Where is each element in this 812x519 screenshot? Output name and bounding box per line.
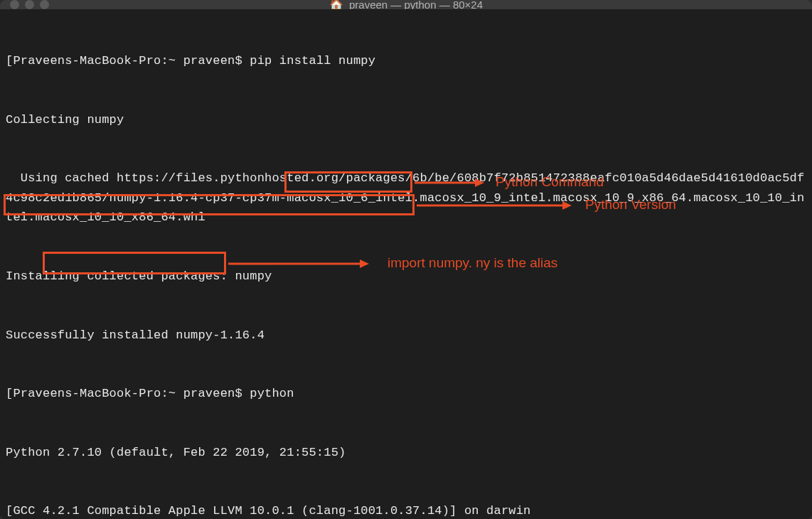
minimize-button[interactable] <box>25 0 34 9</box>
prompt-1: [Praveens-MacBook-Pro:~ praveen$ <box>6 54 250 68</box>
output-cached-url: Using cached https://files.pythonhosted.… <box>6 168 806 228</box>
command-python: python <box>250 387 294 400</box>
close-button[interactable] <box>10 0 19 9</box>
output-collecting: Collecting numpy <box>6 110 806 130</box>
terminal-window: 🏠 praveen — python — 80×24 [Praveens-Mac… <box>0 0 812 519</box>
terminal-content: [Praveens-MacBook-Pro:~ praveen$ pip ins… <box>6 12 806 519</box>
terminal-body[interactable]: [Praveens-MacBook-Pro:~ praveen$ pip ins… <box>0 9 812 519</box>
titlebar[interactable]: 🏠 praveen — python — 80×24 <box>0 0 812 9</box>
output-installing: Installing collected packages: numpy <box>6 267 806 287</box>
output-success: Successfully installed numpy-1.16.4 <box>6 326 806 346</box>
traffic-lights <box>10 0 49 9</box>
command-pip-install: pip install numpy <box>250 54 375 68</box>
output-gcc: [GCC 4.2.1 Compatible Apple LLVM 10.0.1 … <box>6 501 806 519</box>
maximize-button[interactable] <box>40 0 49 9</box>
output-python-version: Python 2.7.10 (default, Feb 22 2019, 21:… <box>6 443 806 463</box>
prompt-2: [Praveens-MacBook-Pro:~ praveen$ <box>6 387 250 400</box>
